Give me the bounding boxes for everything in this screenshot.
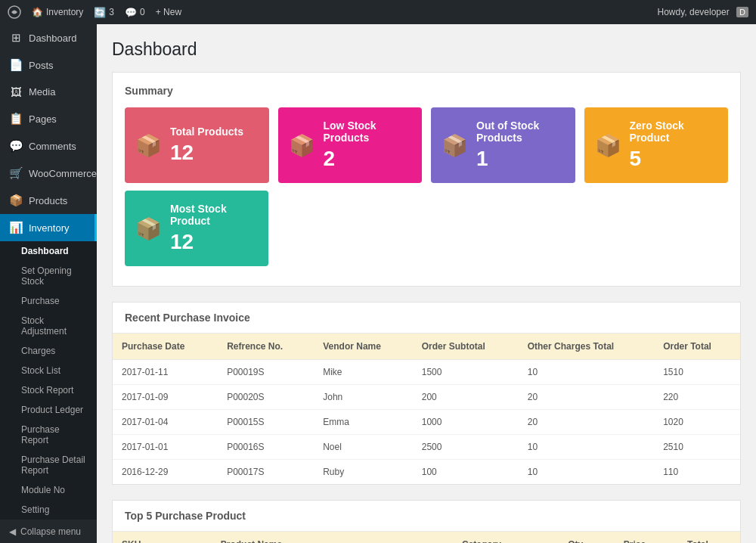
cell-subtotal: 200 bbox=[413, 385, 519, 410]
cell-ref: P00020S bbox=[218, 385, 314, 410]
sidebar-item-posts[interactable]: 📄 Posts bbox=[0, 51, 97, 79]
sidebar-item-inventory[interactable]: 📊 Inventory bbox=[0, 214, 97, 241]
cell-subtotal: 1000 bbox=[413, 410, 519, 435]
col-vendor-name: Vendor Name bbox=[314, 334, 413, 360]
inv-sub-purchase-report[interactable]: Purchase Report bbox=[0, 420, 97, 450]
cell-vendor: Mike bbox=[314, 360, 413, 385]
top-products-header-row: SKU Product Name Category Qty. Price Tot… bbox=[113, 532, 740, 543]
cell-total: 2510 bbox=[654, 435, 740, 460]
top-products-section: Top 5 Purchase Product SKU Product Name … bbox=[112, 500, 741, 543]
cell-total: 220 bbox=[654, 385, 740, 410]
cell-date: 2017-01-09 bbox=[113, 385, 218, 410]
cell-date: 2017-01-11 bbox=[113, 360, 218, 385]
cell-charges: 20 bbox=[519, 410, 654, 435]
col-qty: Qty. bbox=[559, 532, 614, 543]
col-product-name: Product Name bbox=[212, 532, 453, 543]
inv-sub-dashboard[interactable]: Dashboard bbox=[0, 241, 97, 261]
table-row: 2017-01-09 P00020S John 200 20 220 bbox=[113, 385, 740, 410]
cards-row-2: 📦 Most Stock Product 12 bbox=[125, 191, 728, 266]
cell-vendor: Ruby bbox=[314, 460, 413, 485]
box-icon-1: 📦 bbox=[135, 133, 162, 158]
cell-ref: P00019S bbox=[218, 360, 314, 385]
summary-title: Summary bbox=[125, 85, 728, 97]
summary-section: Summary 📦 Total Products 12 📦 Low Stock … bbox=[112, 72, 741, 287]
table-row: 2017-01-04 P00015S Emma 1000 20 1020 bbox=[113, 410, 740, 435]
purchase-invoice-header-row: Purchase Date Refrence No. Vendor Name O… bbox=[113, 334, 740, 360]
col-other-charges: Other Charges Total bbox=[519, 334, 654, 360]
col-purchase-date: Purchase Date bbox=[113, 334, 218, 360]
top-products-table: SKU Product Name Category Qty. Price Tot… bbox=[113, 532, 740, 543]
table-row: 2016-12-29 P00017S Ruby 100 10 110 bbox=[113, 460, 740, 485]
cell-ref: P00016S bbox=[218, 435, 314, 460]
sidebar-item-woocommerce[interactable]: 🛒 WooCommerce bbox=[0, 160, 97, 187]
collapse-menu-button[interactable]: ◀ Collapse menu bbox=[0, 520, 97, 543]
cell-ref: P00017S bbox=[218, 460, 314, 485]
inv-sub-stock-adjustment[interactable]: Stock Adjustment bbox=[0, 311, 97, 341]
purchase-invoice-title: Recent Purchase Invoice bbox=[113, 303, 740, 334]
wp-logo[interactable] bbox=[8, 5, 21, 19]
page-title: Dashboard bbox=[112, 39, 741, 60]
col-sku: SKU bbox=[113, 532, 212, 543]
card-low-stock[interactable]: 📦 Low Stock Products 2 bbox=[278, 107, 423, 183]
col-order-total: Order Total bbox=[654, 334, 740, 360]
card-most-stock[interactable]: 📦 Most Stock Product 12 bbox=[125, 191, 268, 266]
cell-vendor: Noel bbox=[314, 435, 413, 460]
updates-badge[interactable]: 🔄 3 bbox=[94, 7, 114, 18]
inv-sub-charges[interactable]: Charges bbox=[0, 341, 97, 361]
dashboard-icon: ⊞ bbox=[9, 31, 23, 45]
card-out-of-stock[interactable]: 📦 Out of Stock Products 1 bbox=[431, 107, 575, 183]
howdy-text: Howdy, developer D bbox=[658, 7, 748, 17]
inv-sub-purchase-detail[interactable]: Purchase Detail Report bbox=[0, 450, 97, 480]
sidebar-item-pages[interactable]: 📋 Pages bbox=[0, 105, 97, 132]
card-zero-stock[interactable]: 📦 Zero Stock Product 5 bbox=[584, 107, 729, 183]
cell-subtotal: 1500 bbox=[413, 360, 519, 385]
inv-sub-purchase[interactable]: Purchase bbox=[0, 291, 97, 311]
woocommerce-icon: 🛒 bbox=[9, 166, 23, 180]
media-icon: 🖼 bbox=[9, 85, 23, 98]
purchase-invoice-table: Purchase Date Refrence No. Vendor Name O… bbox=[113, 334, 740, 484]
sidebar-item-products[interactable]: 📦 Products bbox=[0, 187, 97, 214]
sidebar-item-dashboard[interactable]: ⊞ Dashboard bbox=[0, 24, 97, 51]
inv-sub-product-ledger[interactable]: Product Ledger bbox=[0, 400, 97, 420]
main-content: Dashboard Summary 📦 Total Products 12 📦 … bbox=[97, 24, 756, 543]
new-button[interactable]: + New bbox=[156, 7, 181, 17]
table-row: 2017-01-01 P00016S Noel 2500 10 2510 bbox=[113, 435, 740, 460]
pages-icon: 📋 bbox=[9, 112, 23, 126]
inv-sub-opening-stock[interactable]: Set Opening Stock bbox=[0, 261, 97, 291]
comments-icon: 💬 bbox=[9, 139, 23, 153]
col-category: Category bbox=[453, 532, 559, 543]
inventory-icon: 📊 bbox=[9, 221, 23, 234]
cell-charges: 10 bbox=[519, 460, 654, 485]
box-icon-3: 📦 bbox=[442, 133, 468, 158]
cards-row-1: 📦 Total Products 12 📦 Low Stock Products… bbox=[125, 107, 728, 183]
box-icon-4: 📦 bbox=[595, 133, 621, 158]
cell-subtotal: 2500 bbox=[413, 435, 519, 460]
col-order-subtotal: Order Subtotal bbox=[413, 334, 519, 360]
cell-date: 2017-01-04 bbox=[113, 410, 218, 435]
sidebar-item-comments[interactable]: 💬 Comments bbox=[0, 132, 97, 160]
sidebar: ⊞ Dashboard 📄 Posts 🖼 Media 📋 Pages 💬 Co… bbox=[0, 24, 97, 543]
top-products-title: Top 5 Purchase Product bbox=[113, 501, 740, 532]
inv-sub-stock-report[interactable]: Stock Report bbox=[0, 380, 97, 400]
cell-vendor: Emma bbox=[314, 410, 413, 435]
cell-vendor: John bbox=[314, 385, 413, 410]
col-price: Price bbox=[615, 532, 678, 543]
inv-sub-module-no[interactable]: Module No bbox=[0, 480, 97, 500]
box-icon-5: 📦 bbox=[135, 216, 162, 241]
inv-sub-setting[interactable]: Setting bbox=[0, 500, 97, 520]
admin-bar: 🏠 Inventory 🔄 3 💬 0 + New Howdy, develop… bbox=[0, 0, 756, 24]
card-total-products[interactable]: 📦 Total Products 12 bbox=[125, 107, 269, 183]
cell-date: 2016-12-29 bbox=[113, 460, 218, 485]
inventory-submenu: Dashboard Set Opening Stock Purchase Sto… bbox=[0, 241, 97, 520]
cell-ref: P00015S bbox=[218, 410, 314, 435]
cell-date: 2017-01-01 bbox=[113, 435, 218, 460]
posts-icon: 📄 bbox=[9, 58, 23, 72]
purchase-invoice-section: Recent Purchase Invoice Purchase Date Re… bbox=[112, 302, 741, 485]
inv-sub-stock-list[interactable]: Stock List bbox=[0, 361, 97, 380]
cell-total: 1510 bbox=[654, 360, 740, 385]
sidebar-item-media[interactable]: 🖼 Media bbox=[0, 79, 97, 105]
box-icon-2: 📦 bbox=[289, 133, 315, 158]
comments-badge[interactable]: 💬 0 bbox=[125, 7, 145, 18]
cell-charges: 10 bbox=[519, 435, 654, 460]
site-name[interactable]: 🏠 Inventory bbox=[32, 7, 83, 17]
